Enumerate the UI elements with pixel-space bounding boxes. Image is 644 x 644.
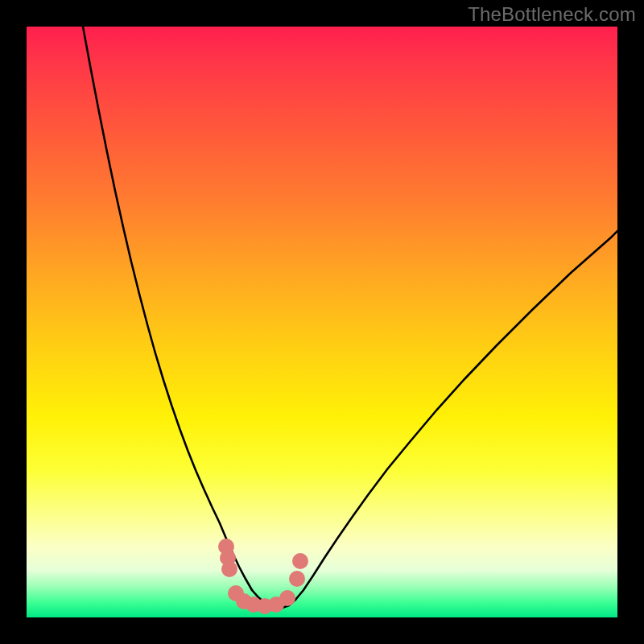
left-curve	[83, 27, 252, 590]
chart-svg	[27, 27, 617, 617]
marker-dot	[221, 561, 237, 577]
chart-frame: TheBottleneck.com	[0, 0, 644, 644]
watermark-text: TheBottleneck.com	[468, 3, 636, 26]
marker-dot	[292, 553, 308, 569]
right-curve	[295, 231, 617, 600]
marker-dot	[289, 571, 305, 587]
plot-area	[27, 27, 617, 617]
marker-dot	[279, 590, 295, 606]
valley-markers	[218, 539, 308, 614]
